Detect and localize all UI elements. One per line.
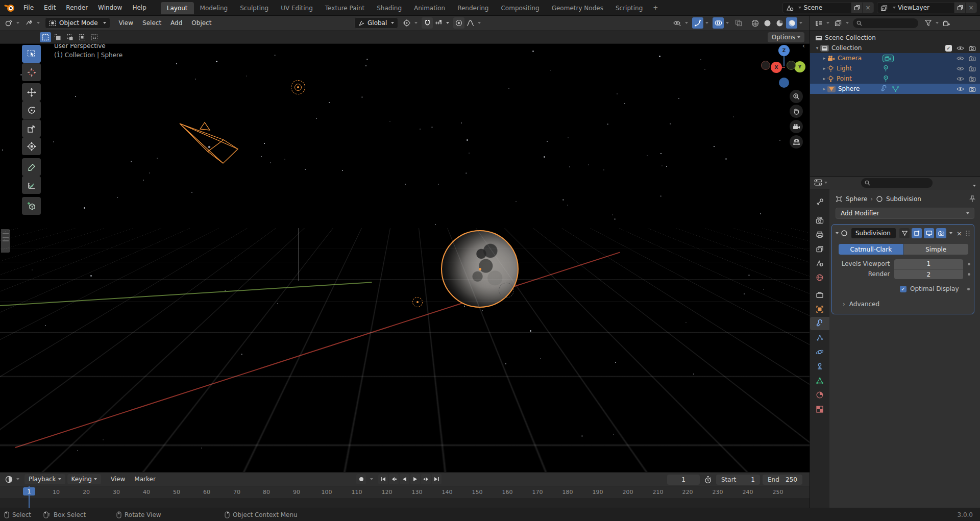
gizmo-neg-z-axis[interactable] (779, 78, 789, 88)
workspace-tab-sculpting[interactable]: Sculpting (234, 2, 275, 14)
gizmo-y-axis[interactable]: Y (794, 61, 805, 72)
workspace-tab-modeling[interactable]: Modeling (194, 2, 234, 14)
render-visibility-icon[interactable] (969, 76, 976, 82)
timeline-ruler[interactable]: 10 20 30 40 50 60 70 80 90 100 110 120 1… (0, 486, 810, 498)
modifier-delete-button[interactable]: × (955, 230, 963, 237)
workspace-tab-scripting[interactable]: Scripting (609, 2, 649, 14)
viewport-3d[interactable]: User Perspective (1) Collection | Sphere… (0, 16, 810, 472)
hide-eye-icon[interactable] (957, 45, 964, 51)
tab-world[interactable] (810, 271, 829, 284)
menu-file[interactable]: File (18, 2, 39, 13)
point-light-object[interactable] (412, 297, 423, 307)
shading-solid-button[interactable] (762, 17, 773, 29)
timeline-menu-view[interactable]: View (106, 474, 130, 485)
gizmo-neg-y-axis[interactable] (787, 61, 796, 70)
outliner-row-collection[interactable]: ▾ Collection ✓ (810, 43, 980, 53)
add-modifier-button[interactable]: Add Modifier (836, 208, 974, 219)
tool-measure[interactable] (22, 176, 41, 194)
tab-texture[interactable] (810, 403, 829, 416)
tab-view-layer[interactable] (810, 242, 829, 256)
viewport-side-tab[interactable] (1, 229, 10, 253)
shading-material-button[interactable] (774, 17, 785, 29)
tab-modifiers[interactable] (810, 317, 829, 330)
new-collection-button[interactable] (941, 17, 952, 29)
workspace-tab-uv-editing[interactable]: UV Editing (275, 2, 319, 14)
animate-decorator[interactable] (968, 263, 970, 265)
pin-icon[interactable] (969, 195, 975, 203)
hide-eye-icon[interactable] (957, 66, 964, 71)
menu-edit[interactable]: Edit (39, 2, 61, 13)
tab-object-data[interactable] (810, 374, 829, 387)
workspace-tab-animation[interactable]: Animation (408, 2, 451, 14)
properties-filter-chevron[interactable] (971, 181, 976, 188)
zoom-view-button[interactable] (790, 90, 803, 103)
orthographic-view-button[interactable] (790, 135, 803, 148)
viewport-menu-view[interactable]: View (114, 17, 138, 29)
timeline-menu-marker[interactable]: Marker (130, 474, 160, 485)
options-button[interactable]: Options (768, 32, 804, 42)
keying-menu[interactable]: Keying (67, 474, 101, 484)
disclosure-triangle[interactable]: ▸ (821, 56, 827, 61)
tool-annotate[interactable] (22, 158, 41, 176)
tool-cursor[interactable] (22, 63, 41, 81)
disclosure-triangle[interactable]: ▾ (814, 45, 820, 51)
camera-data-icon[interactable] (883, 55, 894, 62)
collection-checkbox[interactable]: ✓ (945, 45, 952, 52)
proportional-falloff-icon[interactable] (464, 17, 476, 29)
object-visibility-icon[interactable] (672, 17, 683, 29)
object-mode-dropdown[interactable]: Object Mode (45, 17, 110, 29)
view-layer-copy-button[interactable] (954, 3, 965, 13)
on-cage-toggle[interactable] (912, 228, 922, 238)
play-reverse-button[interactable] (400, 474, 409, 484)
shading-rendered-button[interactable] (786, 17, 797, 29)
select-mode-extend[interactable] (52, 32, 63, 42)
gizmo-neg-x-axis[interactable] (761, 61, 770, 70)
hide-eye-icon[interactable] (957, 86, 964, 92)
outliner-filter-type-icon[interactable] (832, 17, 844, 29)
modifier-extras-chevron[interactable] (949, 232, 952, 234)
jump-to-start-button[interactable] (378, 474, 388, 484)
camera-object[interactable] (174, 118, 245, 184)
realtime-display-toggle[interactable] (924, 228, 934, 238)
drag-grip-icon[interactable] (965, 230, 970, 236)
properties-search-input[interactable] (861, 178, 933, 188)
play-button[interactable] (410, 474, 420, 484)
jump-to-end-button[interactable] (432, 474, 442, 484)
editor-type-button[interactable] (3, 17, 14, 29)
tab-constraints[interactable] (810, 360, 829, 373)
simple-button[interactable]: Simple (904, 244, 969, 255)
edit-mode-display-toggle[interactable] (899, 228, 910, 238)
disclosure-triangle[interactable]: ▸ (821, 86, 827, 91)
workspace-tab-geometry-nodes[interactable]: Geometry Nodes (546, 2, 609, 14)
outliner-row-scene-collection[interactable]: Scene Collection (810, 33, 980, 43)
tool-select-box[interactable] (22, 45, 41, 63)
tab-physics[interactable] (810, 345, 829, 359)
hide-eye-icon[interactable] (957, 56, 964, 61)
tab-tool[interactable] (810, 195, 829, 209)
viewport-menu-add[interactable]: Add (166, 17, 187, 29)
sun-light-object[interactable] (291, 80, 305, 94)
select-mode-subtract[interactable] (64, 32, 76, 42)
pivot-point-icon[interactable] (401, 17, 412, 29)
tab-object[interactable] (810, 303, 829, 316)
add-workspace-button[interactable]: + (649, 2, 662, 13)
auto-keying-chevron[interactable] (370, 478, 373, 480)
next-keyframe-button[interactable] (421, 474, 431, 484)
properties-editor-type-button[interactable] (814, 179, 827, 186)
workspace-tab-compositing[interactable]: Compositing (495, 2, 545, 14)
playback-menu[interactable]: Playback (24, 474, 65, 484)
show-overlays-toggle[interactable] (713, 17, 724, 29)
render-visibility-icon[interactable] (969, 86, 976, 92)
outliner-filter-icon[interactable] (922, 17, 934, 29)
modifier-wrench-icon[interactable] (880, 85, 888, 92)
select-mode-intersect[interactable] (89, 32, 100, 42)
tab-scene[interactable] (810, 257, 829, 270)
preview-range-clock-icon[interactable] (702, 474, 714, 485)
blender-logo-icon[interactable] (4, 3, 15, 13)
scene-selector[interactable]: Scene × (782, 2, 874, 13)
proportional-editing-icon[interactable] (453, 17, 464, 29)
menu-render[interactable]: Render (61, 2, 93, 13)
optimal-display-checkbox[interactable]: ✓ (900, 286, 906, 292)
tool-transform[interactable] (22, 137, 41, 155)
tab-output[interactable] (810, 228, 829, 241)
